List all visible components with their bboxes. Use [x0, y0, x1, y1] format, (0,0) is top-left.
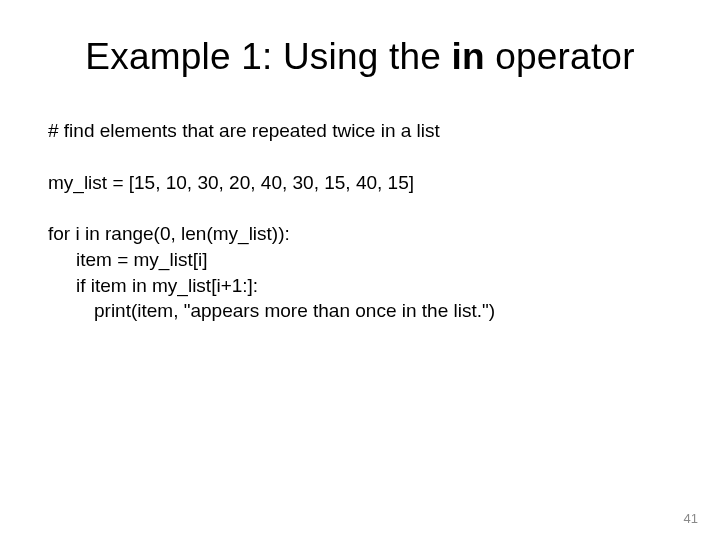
title-suffix: operator — [485, 36, 635, 77]
code-assignment: my_list = [15, 10, 30, 20, 40, 30, 15, 4… — [48, 170, 680, 196]
slide-title: Example 1: Using the in operator — [40, 36, 680, 78]
slide-body: # find elements that are repeated twice … — [40, 118, 680, 324]
page-number: 41 — [684, 511, 698, 526]
slide: Example 1: Using the in operator # find … — [0, 0, 720, 540]
title-keyword-in: in — [452, 36, 485, 77]
code-item: item = my_list[i] — [48, 247, 680, 273]
code-print: print(item, "appears more than once in t… — [48, 298, 680, 324]
title-prefix: Example 1: Using the — [85, 36, 451, 77]
code-if: if item in my_list[i+1:]: — [48, 273, 680, 299]
blank-line — [48, 144, 680, 170]
blank-line — [48, 195, 680, 221]
code-for: for i in range(0, len(my_list)): — [48, 221, 680, 247]
code-comment: # find elements that are repeated twice … — [48, 118, 680, 144]
